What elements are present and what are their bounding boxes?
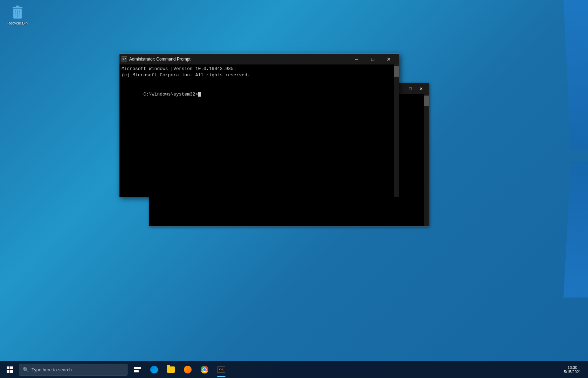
cmd-front-scrollbar-thumb — [394, 66, 399, 77]
taskbar: 🔍 Type here to search — [0, 361, 588, 378]
windows-logo-icon — [7, 366, 13, 373]
cmd-front-title-left: C:\ Administrator: Command Prompt — [122, 56, 191, 62]
decorative-shape-top — [563, 0, 588, 150]
cmd-back-maximize-button[interactable]: □ — [406, 85, 415, 92]
cmd-back-scrollbar[interactable] — [424, 94, 429, 226]
cmd-line-3 — [122, 78, 397, 85]
taskbar-cmd-button[interactable]: C:\ — [213, 361, 230, 378]
cmd-prompt: C:\Windows\system32> — [143, 92, 198, 97]
firefox-icon — [184, 366, 192, 373]
tray-datetime[interactable]: 10:30 5/15/2021 — [561, 365, 584, 374]
cmd-front-controls: ─ □ ✕ — [348, 54, 397, 64]
cmd-window-front[interactable]: C:\ Administrator: Command Prompt ─ □ ✕ … — [119, 54, 399, 197]
file-explorer-icon — [167, 366, 175, 373]
cmd-front-scrollbar[interactable] — [394, 64, 399, 197]
taskbar-task-view-button[interactable] — [129, 361, 146, 378]
taskbar-chrome-button[interactable] — [196, 361, 213, 378]
recycle-bin[interactable]: Recycle Bin — [5, 4, 30, 27]
cmd-front-content[interactable]: Microsoft Windows [Version 10.0.19043.98… — [119, 64, 399, 197]
svg-rect-1 — [16, 6, 19, 7]
tray-time: 10:30 — [568, 365, 577, 370]
taskbar-edge-button[interactable] — [146, 361, 162, 378]
cmd-taskbar-icon: C:\ — [217, 366, 225, 373]
cmd-line-2: (c) Microsoft Corporation. All rights re… — [122, 72, 397, 78]
start-button[interactable] — [1, 361, 18, 378]
svg-line-3 — [15, 10, 15, 18]
cmd-taskbar-icon-text: C:\ — [219, 368, 224, 371]
tray-date: 5/15/2021 — [564, 370, 581, 374]
cmd-icon-text: C:\ — [123, 57, 126, 61]
chrome-icon — [201, 366, 208, 373]
taskbar-firefox-button[interactable] — [179, 361, 196, 378]
decorative-shape-bottom — [563, 161, 588, 298]
cmd-front-titlebar: C:\ Administrator: Command Prompt ─ □ ✕ — [119, 54, 399, 64]
cmd-back-close-button[interactable]: ✕ — [416, 85, 426, 92]
system-tray: 10:30 5/15/2021 — [558, 361, 587, 378]
cmd-line-1: Microsoft Windows [Version 10.0.19043.98… — [122, 66, 397, 72]
cmd-front-title-text: Administrator: Command Prompt — [129, 57, 191, 62]
recycle-bin-icon — [11, 5, 25, 20]
task-view-icon — [134, 367, 141, 372]
cmd-front-icon: C:\ — [122, 56, 127, 62]
search-icon: 🔍 — [23, 367, 29, 372]
recycle-bin-label: Recycle Bin — [7, 21, 28, 25]
edge-icon — [150, 366, 158, 373]
cursor — [198, 92, 201, 97]
cmd-front-maximize-button[interactable]: □ — [365, 54, 381, 64]
cmd-back-controls: □ ✕ — [406, 85, 426, 92]
taskbar-file-explorer-button[interactable] — [162, 361, 179, 378]
taskbar-icons: C:\ — [129, 361, 230, 378]
cmd-front-minimize-button[interactable]: ─ — [348, 54, 365, 64]
search-bar[interactable]: 🔍 Type here to search — [19, 364, 127, 376]
cmd-line-4: C:\Windows\system32> — [122, 85, 397, 104]
svg-line-5 — [20, 10, 20, 18]
desktop: Recycle Bin □ ✕ C:\ Administrator: Comma… — [0, 0, 588, 378]
cmd-front-close-button[interactable]: ✕ — [381, 54, 397, 64]
search-placeholder-text: Type here to search — [32, 367, 72, 372]
cmd-back-scrollbar-thumb — [424, 96, 429, 106]
